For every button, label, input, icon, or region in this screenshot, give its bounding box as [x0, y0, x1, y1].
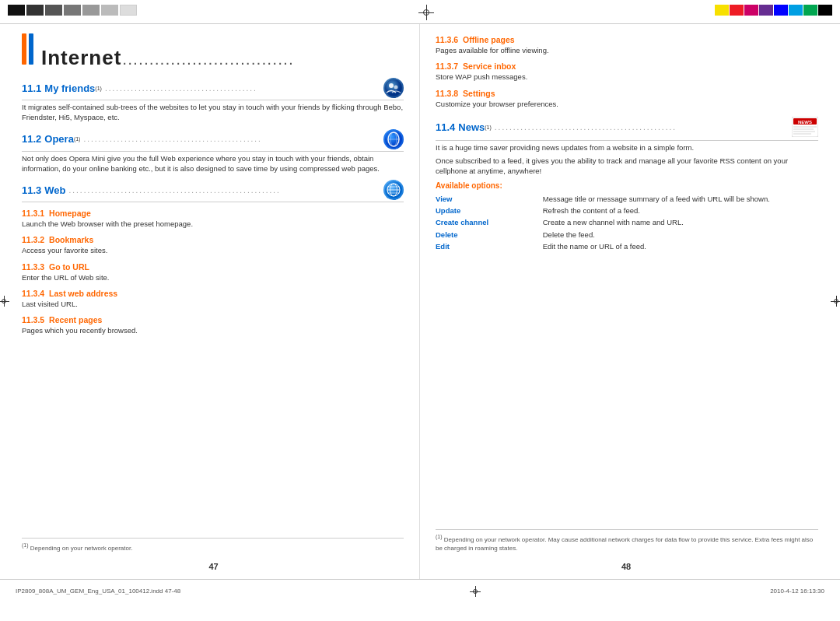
right-footnote: (1) Depending on your network operator. … [436, 529, 818, 553]
color-block-1 [8, 5, 25, 16]
bar-blue [29, 33, 33, 65]
section-11-1-sup: (1) [95, 86, 102, 91]
section-11-2-title: Opera [44, 133, 74, 145]
bottom-crosshair [470, 586, 481, 597]
main-content: Internet ...............................… [0, 24, 840, 579]
section-11-1-title: My friends [44, 82, 95, 94]
subsection-11-3-8-body: Customize your browser preferences. [436, 99, 818, 109]
option-edit-label: Edit [436, 240, 543, 252]
subsection-11-3-1-heading: 11.3.1 Homepage [22, 209, 404, 218]
section-11-4-title: News [458, 121, 485, 133]
section-11-1-body: It migrates self-contained sub-trees of … [22, 102, 404, 123]
section-11-2-num: 11.2 [22, 133, 41, 145]
top-center-mark [418, 5, 434, 20]
color-block-3 [45, 5, 62, 16]
left-side-crosshair [0, 296, 9, 308]
color-block-7 [120, 5, 137, 16]
color-block-2 [26, 5, 44, 16]
subsection-11-3-6-body: Pages available for offline viewing. [436, 45, 818, 55]
chapter-title: Internet [41, 46, 121, 70]
section-11-3-heading: 11.3 Web ...............................… [22, 180, 404, 202]
right-side-crosshair [831, 296, 840, 308]
news-icon: NEWS [792, 117, 818, 139]
option-edit-desc: Edit the name or URL of a feed. [543, 240, 818, 252]
section-11-1-heading: 11.1 My friends (1) ....................… [22, 78, 404, 100]
section-11-3-dots: ........................................… [69, 186, 377, 195]
section-11-4-num: 11.4 [436, 121, 455, 133]
swatch-magenta [744, 5, 758, 16]
section-11-2-sup: (1) [74, 136, 81, 142]
chapter-dots: ................................ [123, 54, 294, 67]
subsection-11-3-4-body: Last visited URL. [22, 299, 404, 309]
subsection-11-3-1-body: Launch the Web browser with the preset h… [22, 219, 404, 229]
bottom-left-label: IP2809_808A_UM_GEM_Eng_USA_01_100412.ind… [16, 588, 180, 595]
subsection-11-3-5-body: Pages which you recently browsed. [22, 325, 404, 335]
section-11-2-dots: ........................................… [83, 135, 377, 143]
swatch-black [818, 5, 832, 16]
swatch-cyan [789, 5, 803, 16]
web-icon [383, 180, 404, 200]
subsection-11-3-2-body: Access your favorite sites. [22, 245, 404, 255]
option-view-desc: Message title or message summary of a fe… [543, 193, 818, 205]
right-footnote-text: Depending on your network operator. May … [436, 536, 813, 552]
swatch-yellow [715, 5, 729, 16]
option-update: Update Refresh the content of a feed. [436, 205, 818, 216]
subsection-11-3-2-heading: 11.3.2 Bookmarks [22, 235, 404, 244]
subsection-11-3-5-heading: 11.3.5 Recent pages [22, 315, 404, 325]
options-table: View Message title or message summary of… [436, 193, 818, 252]
swatch-green [803, 5, 817, 16]
swatch-purple [759, 5, 773, 16]
bar-orange [22, 33, 26, 65]
left-footnote-sup: (1) [22, 542, 29, 548]
bottom-center [470, 586, 481, 597]
right-page-number: 48 [420, 562, 832, 571]
option-view: View Message title or message summary of… [436, 193, 818, 205]
option-update-label: Update [436, 205, 543, 216]
svg-point-1 [389, 83, 394, 88]
option-delete: Delete Delete the feed. [436, 229, 818, 240]
crosshair-icon [418, 5, 434, 20]
option-edit: Edit Edit the name or URL of a feed. [436, 240, 818, 252]
section-11-4-sup: (1) [485, 125, 492, 130]
color-block-4 [64, 5, 81, 16]
section-11-2-body: Not only does Opera Mini give you the fu… [22, 153, 404, 174]
subsection-11-3-4-heading: 11.3.4 Last web address [22, 289, 404, 298]
subsection-11-3-7-heading: 11.3.7 Service inbox [436, 61, 818, 71]
right-footnote-sup: (1) [436, 534, 443, 539]
available-options-label: Available options: [436, 181, 818, 190]
bottom-right-label: 2010-4-12 16:13:30 [770, 588, 824, 595]
section-11-4-dots: ........................................… [495, 123, 786, 132]
friends-icon [383, 78, 404, 98]
page-right: 11.3.6 Offline pages Pages available for… [420, 24, 832, 579]
section-11-4-body1: It is a huge time saver providing news u… [436, 142, 818, 153]
option-create-desc: Create a new channel with name and URL. [543, 216, 818, 228]
section-11-2-heading: 11.2 Opera (1) .........................… [22, 129, 404, 152]
svg-point-2 [394, 86, 398, 89]
option-create-label: Create channel [436, 216, 543, 228]
option-update-desc: Refresh the content of a feed. [543, 205, 818, 216]
top-bar [0, 0, 840, 24]
section-11-3-num: 11.3 [22, 184, 41, 196]
grayscale-blocks [8, 5, 137, 16]
option-delete-desc: Delete the feed. [543, 229, 818, 240]
section-11-4-heading: 11.4 News (1) ..........................… [436, 117, 818, 141]
subsection-11-3-8-heading: 11.3.8 Settings [436, 89, 818, 98]
subsection-11-3-7-body: Store WAP push messages. [436, 72, 818, 82]
section-11-1-dots: ........................................… [105, 84, 377, 93]
subsection-11-3-6-heading: 11.3.6 Offline pages [436, 35, 818, 44]
option-create: Create channel Create a new channel with… [436, 216, 818, 228]
subsection-11-3-3-heading: 11.3.3 Go to URL [22, 262, 404, 272]
section-11-1-num: 11.1 [22, 82, 41, 94]
chapter-bar [22, 33, 33, 65]
svg-point-0 [385, 79, 402, 96]
chapter-header: Internet ...............................… [22, 33, 404, 70]
color-block-5 [82, 5, 100, 16]
section-11-3-title: Web [44, 184, 65, 196]
swatch-red [730, 5, 744, 16]
opera-icon [383, 129, 404, 149]
left-page-number: 47 [8, 562, 419, 571]
color-block-6 [101, 5, 118, 16]
page-left: Internet ...............................… [8, 24, 420, 579]
bottom-bar: IP2809_808A_UM_GEM_Eng_USA_01_100412.ind… [0, 579, 840, 602]
section-11-4-body2: Once subscribed to a feed, it gives you … [436, 156, 818, 177]
